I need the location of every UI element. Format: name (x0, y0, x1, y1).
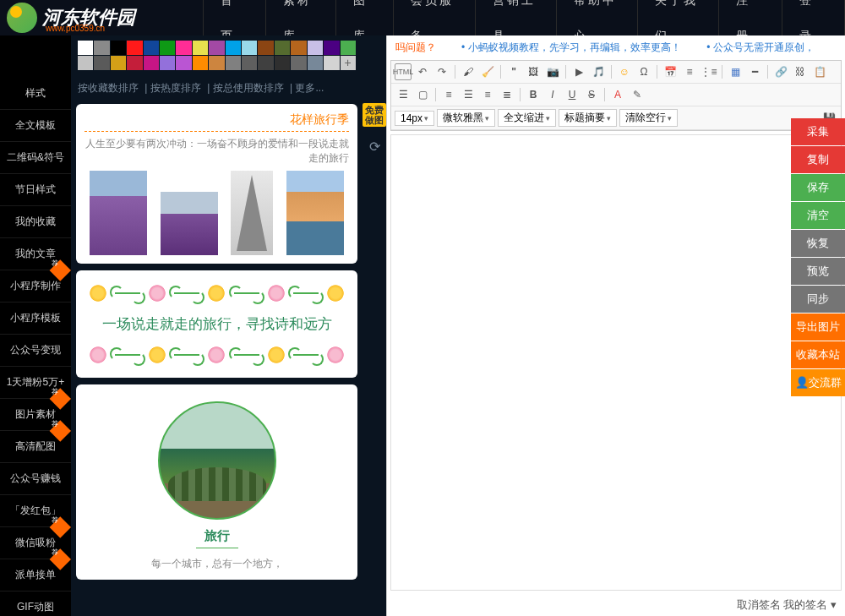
color-swatch[interactable] (111, 41, 126, 55)
color-swatch[interactable] (111, 56, 126, 70)
announce-2[interactable]: •小蚂蚁视频教程，先学习，再编辑，效率更高！ (461, 41, 681, 55)
sidebar-item-2[interactable]: 二维码&符号 (0, 142, 71, 174)
color-swatch[interactable] (291, 41, 306, 55)
bg-color-button[interactable]: ✎ (629, 86, 646, 103)
right-tool-9[interactable]: 👤交流群 (791, 369, 845, 396)
bold-button[interactable]: B (525, 86, 542, 103)
template-card-3[interactable]: 旅行 每一个城市，总有一个地方， (76, 384, 357, 580)
hr-button[interactable]: ━ (746, 63, 763, 80)
format-painter-button[interactable]: 🖌 (460, 63, 477, 80)
quote-button[interactable]: " (505, 63, 522, 80)
ordered-list-button[interactable]: ≡ (681, 63, 698, 80)
color-swatch[interactable] (176, 56, 191, 70)
date-button[interactable]: 📅 (662, 63, 679, 80)
color-swatch[interactable] (341, 41, 356, 55)
sort-hot[interactable]: 按热度排序 (150, 82, 201, 94)
color-swatch[interactable] (209, 56, 224, 70)
color-swatch[interactable] (176, 41, 191, 55)
color-swatch[interactable] (308, 56, 323, 70)
table-button[interactable]: ▦ (727, 63, 744, 80)
template-card-1[interactable]: 花样旅行季 人生至少要有两次冲动：一场奋不顾身的爱情和一段说走就走的旅行 (76, 104, 357, 264)
right-tool-2[interactable]: 保存 (791, 174, 845, 201)
color-swatch[interactable] (209, 41, 224, 55)
color-swatch[interactable] (242, 41, 257, 55)
align-justify-button[interactable]: ≣ (499, 86, 515, 103)
right-tool-6[interactable]: 同步 (791, 286, 845, 313)
color-swatch[interactable] (226, 41, 241, 55)
editor-content[interactable] (390, 134, 842, 591)
color-swatch[interactable] (275, 56, 290, 70)
redo-button[interactable]: ↷ (433, 63, 450, 80)
my-signature[interactable]: 我的签名 (783, 598, 827, 611)
clear-empty-button[interactable]: 清除空行 (619, 109, 678, 127)
color-swatch[interactable] (160, 56, 175, 70)
sidebar-item-15[interactable]: 派单接单 (0, 559, 71, 591)
color-swatch[interactable]: + (341, 56, 356, 70)
sort-usage[interactable]: 按总使用数排序 (213, 82, 284, 94)
announce-3[interactable]: •公众号无需开通原创， (706, 41, 815, 55)
free-image-button[interactable]: 免费做图 (363, 103, 386, 127)
right-tool-4[interactable]: 恢复 (791, 230, 845, 257)
color-swatch[interactable] (324, 41, 339, 55)
color-swatch[interactable] (275, 41, 290, 55)
cancel-signature[interactable]: 取消签名 (737, 598, 781, 611)
right-tool-0[interactable]: 采集 (791, 118, 845, 145)
sort-more[interactable]: 更多... (295, 82, 324, 94)
color-swatch[interactable] (94, 41, 109, 55)
unordered-list-button[interactable]: ⋮≡ (701, 63, 717, 80)
template-scroll[interactable]: 花样旅行季 人生至少要有两次冲动：一场奋不顾身的爱情和一段说走就走的旅行 一场说… (71, 101, 363, 616)
multi-image-button[interactable]: 📷 (544, 63, 561, 80)
color-swatch[interactable] (78, 41, 93, 55)
align-left-button[interactable]: ≡ (440, 86, 457, 103)
html-source-button[interactable]: HTML (395, 63, 412, 80)
indent-select[interactable]: 全文缩进 (498, 109, 556, 127)
sort-favorites[interactable]: 按收藏数排序 (78, 82, 139, 94)
template-button[interactable]: 📋 (811, 63, 828, 80)
color-swatch[interactable] (160, 41, 175, 55)
right-tool-3[interactable]: 清空 (791, 202, 845, 229)
sidebar-item-0[interactable]: 样式 (0, 78, 71, 110)
emoji-button[interactable]: ☺ (616, 63, 633, 80)
underline-button[interactable]: U (564, 86, 581, 103)
color-swatch[interactable] (308, 41, 323, 55)
color-swatch[interactable] (144, 41, 159, 55)
color-swatch[interactable] (193, 41, 208, 55)
right-tool-7[interactable]: 导出图片 (791, 313, 845, 341)
sidebar-item-3[interactable]: 节日样式 (0, 174, 71, 206)
sidebar-item-11[interactable]: 高清配图 (0, 431, 71, 463)
find-replace-button[interactable]: ▢ (414, 86, 431, 103)
special-char-button[interactable]: Ω (635, 63, 652, 80)
color-swatch[interactable] (291, 56, 306, 70)
announce-1[interactable]: 吗问题？ (395, 41, 436, 55)
video-button[interactable]: ▶ (570, 63, 587, 80)
select-all-button[interactable]: ☰ (395, 86, 412, 103)
sidebar-item-1[interactable]: 全文模板 (0, 110, 71, 142)
color-swatch[interactable] (94, 56, 109, 70)
color-swatch[interactable] (258, 56, 273, 70)
italic-button[interactable]: I (544, 86, 561, 103)
unlink-button[interactable]: ⛓ (792, 63, 809, 80)
audio-button[interactable]: 🎵 (590, 63, 607, 80)
color-swatch[interactable] (242, 56, 257, 70)
right-tool-5[interactable]: 预览 (791, 258, 845, 285)
template-card-2[interactable]: 一场说走就走的旅行，寻找诗和远方 (76, 270, 357, 378)
sidebar-item-7[interactable]: 小程序模板 (0, 303, 71, 335)
color-swatch[interactable] (78, 56, 93, 70)
color-swatch[interactable] (324, 56, 339, 70)
title-summary-button[interactable]: 标题摘要 (559, 109, 617, 127)
align-center-button[interactable]: ☰ (460, 86, 477, 103)
font-size-select[interactable]: 14px (395, 111, 434, 126)
refresh-icon[interactable]: ⟳ (369, 139, 380, 155)
align-right-button[interactable]: ≡ (479, 86, 496, 103)
font-family-select[interactable]: 微软雅黑 (437, 109, 495, 127)
right-tool-8[interactable]: 收藏本站 (791, 341, 845, 368)
strikethrough-button[interactable]: S (583, 86, 600, 103)
link-button[interactable]: 🔗 (772, 63, 789, 80)
color-swatch[interactable] (127, 56, 142, 70)
color-swatch[interactable] (226, 56, 241, 70)
clear-format-button[interactable]: 🧹 (479, 63, 496, 80)
color-swatch[interactable] (144, 56, 159, 70)
sidebar-item-16[interactable]: GIF动图 (0, 591, 71, 616)
sidebar-item-6[interactable]: 小程序制作 (0, 270, 71, 303)
undo-button[interactable]: ↶ (414, 63, 431, 80)
